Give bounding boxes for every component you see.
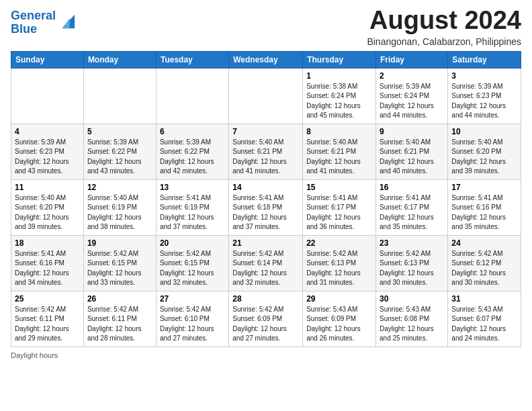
location: Binangonan, Calabarzon, Philippines [367, 36, 521, 47]
day-info: Sunrise: 5:39 AM Sunset: 6:23 PM Dayligh… [15, 138, 80, 177]
day-info: Sunrise: 5:42 AM Sunset: 6:15 PM Dayligh… [160, 249, 225, 288]
day-number: 3 [451, 71, 517, 81]
day-info: Sunrise: 5:39 AM Sunset: 6:24 PM Dayligh… [380, 82, 444, 121]
day-number: 16 [380, 183, 444, 192]
day-number: 2 [380, 71, 444, 81]
calendar-cell: 4Sunrise: 5:39 AM Sunset: 6:23 PM Daylig… [11, 124, 84, 179]
day-number: 29 [306, 294, 372, 304]
day-number: 12 [87, 183, 152, 192]
day-info: Sunrise: 5:42 AM Sunset: 6:10 PM Dayligh… [160, 305, 225, 344]
day-info: Sunrise: 5:41 AM Sunset: 6:16 PM Dayligh… [451, 193, 517, 232]
calendar-header-tuesday: Tuesday [156, 51, 228, 68]
calendar-cell: 2Sunrise: 5:39 AM Sunset: 6:24 PM Daylig… [376, 68, 448, 124]
day-number: 21 [232, 238, 299, 248]
calendar-header-saturday: Saturday [448, 51, 521, 68]
calendar-cell: 26Sunrise: 5:42 AM Sunset: 6:11 PM Dayli… [83, 291, 156, 347]
calendar-cell [156, 68, 228, 124]
day-info: Sunrise: 5:42 AM Sunset: 6:15 PM Dayligh… [87, 249, 152, 288]
day-number: 11 [15, 183, 80, 192]
calendar-cell: 6Sunrise: 5:39 AM Sunset: 6:22 PM Daylig… [156, 124, 228, 179]
day-number: 17 [451, 183, 517, 192]
day-number: 4 [15, 127, 80, 136]
calendar-cell: 29Sunrise: 5:43 AM Sunset: 6:09 PM Dayli… [303, 291, 376, 347]
calendar-cell: 14Sunrise: 5:41 AM Sunset: 6:18 PM Dayli… [229, 179, 303, 235]
day-number: 6 [160, 127, 225, 136]
day-info: Sunrise: 5:40 AM Sunset: 6:19 PM Dayligh… [87, 193, 152, 232]
day-number: 20 [160, 238, 225, 248]
title-block: August 2024 Binangonan, Calabarzon, Phil… [367, 7, 521, 47]
calendar-cell: 5Sunrise: 5:39 AM Sunset: 6:22 PM Daylig… [83, 124, 156, 179]
calendar-cell: 12Sunrise: 5:40 AM Sunset: 6:19 PM Dayli… [83, 179, 156, 235]
page: General Blue August 2024 Binangonan, Cal… [0, 0, 532, 366]
day-number: 22 [306, 238, 372, 248]
day-info: Sunrise: 5:41 AM Sunset: 6:19 PM Dayligh… [160, 193, 225, 232]
day-info: Sunrise: 5:39 AM Sunset: 6:23 PM Dayligh… [451, 82, 517, 121]
day-number: 23 [380, 238, 444, 248]
calendar-header-friday: Friday [376, 51, 448, 68]
calendar-cell: 13Sunrise: 5:41 AM Sunset: 6:19 PM Dayli… [156, 179, 228, 235]
calendar-cell: 20Sunrise: 5:42 AM Sunset: 6:15 PM Dayli… [156, 235, 228, 291]
calendar-header-row: SundayMondayTuesdayWednesdayThursdayFrid… [11, 51, 521, 68]
day-number: 30 [380, 294, 444, 304]
day-number: 19 [87, 238, 152, 248]
calendar-week-row: 1Sunrise: 5:38 AM Sunset: 6:24 PM Daylig… [11, 68, 521, 124]
day-info: Sunrise: 5:42 AM Sunset: 6:11 PM Dayligh… [87, 305, 152, 344]
calendar-cell: 19Sunrise: 5:42 AM Sunset: 6:15 PM Dayli… [83, 235, 156, 291]
header: General Blue August 2024 Binangonan, Cal… [11, 7, 521, 47]
calendar-cell: 16Sunrise: 5:41 AM Sunset: 6:17 PM Dayli… [376, 179, 448, 235]
day-number: 26 [87, 294, 152, 304]
calendar-header-wednesday: Wednesday [229, 51, 303, 68]
logo-line2: Blue [11, 22, 37, 36]
day-number: 8 [306, 127, 372, 136]
day-info: Sunrise: 5:41 AM Sunset: 6:17 PM Dayligh… [380, 193, 444, 232]
footer: Daylight hours [11, 351, 521, 359]
day-info: Sunrise: 5:42 AM Sunset: 6:14 PM Dayligh… [232, 249, 299, 288]
calendar-week-row: 18Sunrise: 5:41 AM Sunset: 6:16 PM Dayli… [11, 235, 521, 291]
day-number: 10 [451, 127, 517, 136]
day-info: Sunrise: 5:42 AM Sunset: 6:11 PM Dayligh… [15, 305, 80, 344]
calendar-cell: 3Sunrise: 5:39 AM Sunset: 6:23 PM Daylig… [448, 68, 521, 124]
day-number: 5 [87, 127, 152, 136]
day-number: 24 [451, 238, 517, 248]
logo-icon [57, 12, 76, 31]
day-number: 27 [160, 294, 225, 304]
calendar-cell: 27Sunrise: 5:42 AM Sunset: 6:10 PM Dayli… [156, 291, 228, 347]
day-info: Sunrise: 5:43 AM Sunset: 6:08 PM Dayligh… [380, 305, 444, 344]
calendar-cell [229, 68, 303, 124]
day-number: 13 [160, 183, 225, 192]
day-info: Sunrise: 5:41 AM Sunset: 6:17 PM Dayligh… [306, 193, 372, 232]
calendar-cell: 21Sunrise: 5:42 AM Sunset: 6:14 PM Dayli… [229, 235, 303, 291]
calendar-cell: 25Sunrise: 5:42 AM Sunset: 6:11 PM Dayli… [11, 291, 84, 347]
calendar-week-row: 25Sunrise: 5:42 AM Sunset: 6:11 PM Dayli… [11, 291, 521, 347]
calendar-cell: 31Sunrise: 5:43 AM Sunset: 6:07 PM Dayli… [448, 291, 521, 347]
calendar-cell: 22Sunrise: 5:42 AM Sunset: 6:13 PM Dayli… [303, 235, 376, 291]
day-info: Sunrise: 5:43 AM Sunset: 6:07 PM Dayligh… [451, 305, 517, 344]
day-number: 14 [232, 183, 299, 192]
day-info: Sunrise: 5:41 AM Sunset: 6:16 PM Dayligh… [15, 249, 80, 288]
calendar-cell: 30Sunrise: 5:43 AM Sunset: 6:08 PM Dayli… [376, 291, 448, 347]
day-number: 9 [380, 127, 444, 136]
day-info: Sunrise: 5:40 AM Sunset: 6:21 PM Dayligh… [232, 138, 299, 177]
day-info: Sunrise: 5:38 AM Sunset: 6:24 PM Dayligh… [306, 82, 372, 121]
day-number: 31 [451, 294, 517, 304]
calendar-header-thursday: Thursday [303, 51, 376, 68]
day-number: 15 [306, 183, 372, 192]
calendar-cell: 17Sunrise: 5:41 AM Sunset: 6:16 PM Dayli… [448, 179, 521, 235]
month-year: August 2024 [367, 7, 521, 35]
day-info: Sunrise: 5:42 AM Sunset: 6:12 PM Dayligh… [451, 249, 517, 288]
day-info: Sunrise: 5:42 AM Sunset: 6:13 PM Dayligh… [380, 249, 444, 288]
calendar-header-monday: Monday [83, 51, 156, 68]
day-info: Sunrise: 5:40 AM Sunset: 6:20 PM Dayligh… [451, 138, 517, 177]
day-number: 7 [232, 127, 299, 136]
calendar-cell: 9Sunrise: 5:40 AM Sunset: 6:21 PM Daylig… [376, 124, 448, 179]
calendar-cell: 28Sunrise: 5:42 AM Sunset: 6:09 PM Dayli… [229, 291, 303, 347]
calendar-cell: 1Sunrise: 5:38 AM Sunset: 6:24 PM Daylig… [303, 68, 376, 124]
day-number: 18 [15, 238, 80, 248]
day-info: Sunrise: 5:43 AM Sunset: 6:09 PM Dayligh… [306, 305, 372, 344]
calendar-cell [83, 68, 156, 124]
calendar-cell: 11Sunrise: 5:40 AM Sunset: 6:20 PM Dayli… [11, 179, 84, 235]
calendar-cell: 7Sunrise: 5:40 AM Sunset: 6:21 PM Daylig… [229, 124, 303, 179]
calendar-week-row: 11Sunrise: 5:40 AM Sunset: 6:20 PM Dayli… [11, 179, 521, 235]
logo-text: General Blue [11, 9, 56, 36]
day-info: Sunrise: 5:40 AM Sunset: 6:20 PM Dayligh… [15, 193, 80, 232]
